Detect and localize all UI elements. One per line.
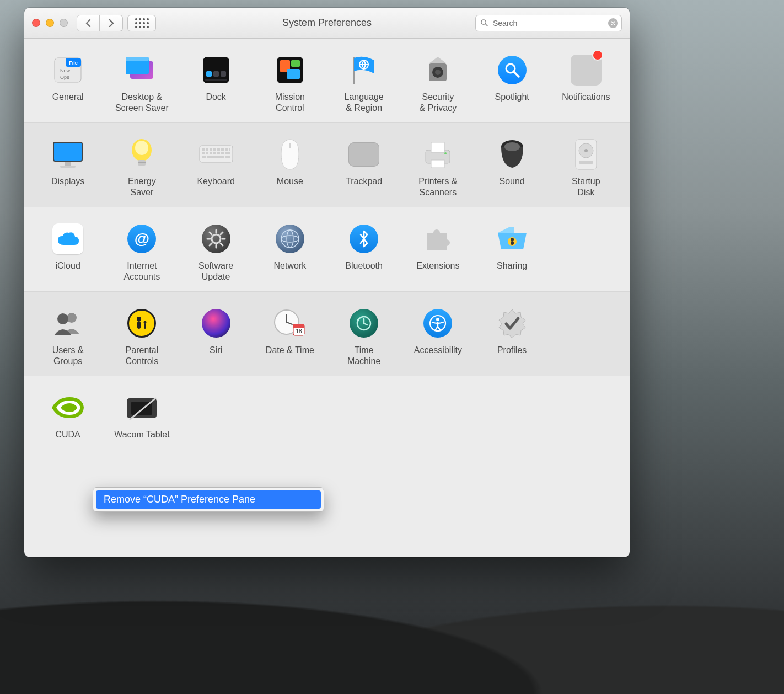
pref-startup-disk[interactable]: Startup Disk — [549, 134, 623, 200]
close-window-button[interactable] — [32, 19, 40, 27]
clear-search-button[interactable] — [608, 18, 618, 28]
show-all-button[interactable] — [127, 15, 156, 31]
search-field[interactable] — [475, 15, 622, 31]
svg-point-81 — [137, 317, 141, 321]
printer-icon — [421, 139, 454, 170]
pref-label: General — [52, 92, 84, 103]
pref-trackpad[interactable]: Trackpad — [327, 134, 401, 200]
pref-notifications[interactable]: Notifications — [549, 50, 623, 116]
pref-accessibility[interactable]: Accessibility — [401, 303, 475, 369]
nvidia-icon — [51, 395, 85, 420]
pref-spotlight[interactable]: Spotlight — [475, 50, 549, 116]
titlebar: System Preferences — [24, 8, 630, 39]
svg-line-72 — [210, 243, 212, 245]
pref-label: Wacom Tablet — [114, 429, 169, 440]
pref-dock[interactable]: Dock — [179, 50, 253, 116]
timemachine-icon — [350, 309, 378, 338]
pref-internet-accounts[interactable]: @ Internet Accounts — [105, 218, 179, 285]
svg-rect-78 — [511, 241, 514, 245]
search-icon — [480, 19, 488, 27]
pref-cuda[interactable]: CUDA — [31, 387, 105, 463]
pref-label: Mission Control — [275, 92, 305, 114]
security-icon — [422, 55, 453, 86]
pref-desktop-screensaver[interactable]: Desktop & Screen Saver — [105, 50, 179, 116]
row-thirdparty: CUDA Wacom Tablet — [24, 376, 630, 470]
svg-rect-36 — [206, 148, 208, 151]
search-input[interactable] — [492, 18, 605, 28]
svg-line-71 — [221, 232, 223, 234]
svg-point-59 — [504, 142, 520, 151]
svg-rect-56 — [431, 160, 444, 168]
chevron-right-icon — [108, 19, 115, 27]
minimize-window-button[interactable] — [46, 19, 54, 27]
speaker-icon — [498, 139, 527, 170]
svg-point-62 — [584, 149, 588, 152]
pref-label: Keyboard — [197, 176, 235, 187]
svg-rect-46 — [213, 152, 216, 154]
general-icon: File New Ope — [52, 55, 83, 86]
pref-general[interactable]: File New Ope General — [31, 50, 105, 116]
pref-mission-control[interactable]: Mission Control — [253, 50, 327, 116]
pref-siri[interactable]: Siri — [179, 303, 253, 369]
context-menu-item-remove-pane[interactable]: Remove “CUDA” Preference Pane — [96, 490, 321, 509]
pref-language-region[interactable]: Language & Region — [327, 50, 401, 116]
svg-rect-89 — [293, 324, 304, 328]
svg-rect-27 — [53, 142, 82, 161]
pref-network[interactable]: Network — [253, 218, 327, 285]
svg-point-94 — [436, 318, 439, 321]
pref-label: Trackpad — [346, 176, 382, 187]
pref-label: Bluetooth — [345, 260, 383, 271]
svg-rect-14 — [205, 79, 227, 81]
svg-line-70 — [221, 243, 223, 245]
svg-rect-50 — [202, 156, 206, 158]
pref-energy-saver[interactable]: Energy Saver — [105, 134, 179, 200]
pref-keyboard[interactable]: Keyboard — [179, 134, 253, 200]
pref-label: Startup Disk — [572, 176, 600, 198]
svg-point-31 — [135, 141, 148, 155]
pref-mouse[interactable]: Mouse — [253, 134, 327, 200]
context-menu: Remove “CUDA” Preference Pane — [93, 487, 324, 512]
pref-icloud[interactable]: iCloud — [31, 218, 105, 285]
pref-parental-controls[interactable]: Parental Controls — [105, 303, 179, 369]
pref-label: Users & Groups — [52, 345, 84, 367]
svg-rect-37 — [210, 148, 212, 151]
pref-pane-grid: File New Ope General Desktop & Screen Sa… — [24, 39, 630, 470]
svg-text:File: File — [69, 60, 78, 66]
pref-displays[interactable]: Displays — [31, 134, 105, 200]
svg-rect-84 — [144, 323, 146, 329]
svg-rect-55 — [431, 142, 444, 152]
pref-wacom-tablet[interactable]: Wacom Tablet — [105, 387, 179, 463]
svg-point-53 — [289, 143, 291, 148]
disk-icon — [573, 138, 599, 170]
row-personal: File New Ope General Desktop & Screen Sa… — [24, 39, 630, 123]
row-hardware: Displays Energy Saver — [24, 123, 630, 207]
pref-label: Dock — [206, 92, 225, 103]
pref-label: Extensions — [416, 260, 459, 271]
zoom-window-button[interactable] — [60, 19, 68, 27]
pref-security-privacy[interactable]: Security & Privacy — [401, 50, 475, 116]
pref-sharing[interactable]: Sharing — [475, 218, 549, 285]
svg-point-77 — [511, 238, 514, 241]
trackpad-icon — [348, 142, 379, 167]
pref-sound[interactable]: Sound — [475, 134, 549, 200]
pref-date-time[interactable]: 18 Date & Time — [253, 303, 327, 369]
accessibility-icon — [423, 309, 452, 338]
chevron-left-icon — [85, 19, 92, 27]
pref-bluetooth[interactable]: Bluetooth — [327, 218, 401, 285]
pref-extensions[interactable]: Extensions — [401, 218, 475, 285]
pref-label: Security & Privacy — [420, 92, 457, 114]
grid-icon — [135, 18, 149, 28]
pref-profiles[interactable]: Profiles — [475, 303, 549, 369]
svg-text:18: 18 — [296, 328, 302, 334]
svg-line-1 — [486, 24, 488, 26]
forward-button[interactable] — [100, 15, 123, 31]
pref-printers-scanners[interactable]: Printers & Scanners — [401, 134, 475, 200]
row-internet: iCloud @ Internet Accounts Software Upda… — [24, 207, 630, 292]
back-button[interactable] — [77, 15, 100, 31]
at-icon: @ — [127, 225, 156, 253]
pref-label: iCloud — [55, 260, 80, 271]
pref-software-update[interactable]: Software Update — [179, 218, 253, 285]
pref-time-machine[interactable]: Time Machine — [327, 303, 401, 369]
pref-users-groups[interactable]: Users & Groups — [31, 303, 105, 369]
svg-rect-35 — [202, 148, 205, 151]
